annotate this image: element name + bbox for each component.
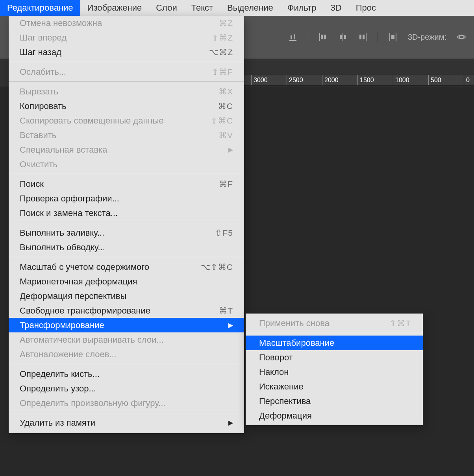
menu-item-label: Поиск и замена текста...: [20, 208, 118, 218]
edit-menu-item[interactable]: Проверка орфографии...: [9, 191, 244, 206]
menu-item-shortcut: ⌥⇧⌘C: [201, 262, 233, 272]
menu-item-shortcut: ⌥⌘Z: [209, 48, 233, 57]
menu-item-label: Определить произвольную фигуру...: [20, 398, 165, 408]
edit-menu-item: Очистить: [9, 157, 244, 172]
svg-rect-9: [366, 33, 367, 41]
menu-item-label: Определить кисть...: [20, 369, 100, 379]
distribute-right-icon[interactable]: [358, 32, 367, 42]
distribute-vertical-spacing-icon[interactable]: [388, 32, 398, 42]
menu-item-label: Деформация перспективы: [20, 291, 126, 301]
edit-menu-item[interactable]: Деформация перспективы: [9, 289, 244, 303]
distribute-hcenter-icon[interactable]: [338, 32, 348, 42]
svg-rect-13: [396, 33, 396, 41]
menu-item-label: Удалить из памяти: [20, 418, 95, 428]
menu-item-shortcut: ⌘T: [219, 306, 233, 315]
edit-menu-item[interactable]: Масштаб с учетом содержимого⌥⇧⌘C: [9, 260, 244, 274]
menu-item-label: Искажение: [259, 382, 304, 392]
menu-3d[interactable]: 3D: [324, 0, 349, 16]
menu-layers[interactable]: Слои: [149, 0, 184, 16]
menu-image[interactable]: Изображение: [80, 0, 149, 16]
edit-menu-item[interactable]: Марионеточная деформация: [9, 274, 244, 289]
edit-menu-item: Специальная вставка▶: [9, 142, 244, 157]
transform-menu-item[interactable]: Перспектива: [246, 394, 423, 408]
menu-item-label: Марионеточная деформация: [20, 277, 137, 287]
submenu-arrow-icon: ▶: [228, 419, 233, 426]
menu-item-label: Определить узор...: [20, 384, 96, 394]
separator: [378, 31, 378, 42]
mode-3d-label: 3D-режим:: [408, 33, 446, 42]
menu-item-label: Деформация: [259, 411, 312, 421]
edit-menu-item: Определить произвольную фигуру...: [9, 396, 244, 410]
transform-menu-item[interactable]: Масштабирование: [246, 336, 423, 350]
menu-item-shortcut: ⇧⌘T: [389, 319, 411, 328]
transform-menu-item[interactable]: Поворот: [246, 350, 423, 365]
menu-item-label: Копировать: [20, 101, 66, 111]
menu-item-shortcut: ⇧⌘Z: [211, 33, 233, 42]
orbit-3d-icon[interactable]: [457, 32, 466, 42]
edit-menu-item: Ослабить...⇧⌘F: [9, 65, 244, 79]
menu-item-label: Шаг вперед: [20, 33, 67, 43]
svg-point-16: [457, 35, 465, 39]
edit-menu-item[interactable]: Поиск⌘F: [9, 177, 244, 191]
edit-menu-item: Отмена невозможна⌘Z: [9, 16, 244, 30]
edit-menu-item[interactable]: Определить кисть...: [9, 367, 244, 381]
svg-rect-5: [324, 35, 326, 39]
menu-separator: [9, 257, 244, 257]
submenu-arrow-icon: ▶: [228, 321, 233, 329]
horizontal-ruler: 3000 2500 2000 1500 1000 500 0: [244, 75, 474, 86]
edit-menu-dropdown: Отмена невозможна⌘ZШаг вперед⇧⌘ZШаг наза…: [9, 16, 244, 433]
menu-item-label: Наклон: [259, 367, 289, 377]
edit-menu-item[interactable]: Выполнить заливку...⇧F5: [9, 225, 244, 240]
menu-select[interactable]: Выделение: [220, 0, 280, 16]
edit-menu-item: Шаг вперед⇧⌘Z: [9, 30, 244, 45]
distribute-left-icon[interactable]: [318, 32, 328, 42]
menu-text[interactable]: Текст: [184, 0, 220, 16]
menu-item-label: Автоналожение слоев...: [20, 349, 117, 360]
menu-item-shortcut: ⌘F: [219, 179, 233, 189]
menu-item-shortcut: ⇧⌘C: [211, 116, 233, 125]
menu-item-label: Специальная вставка: [20, 145, 107, 155]
menu-item-label: Отмена невозможна: [20, 18, 102, 28]
align-bottom-icon[interactable]: [288, 32, 298, 42]
transform-menu-item[interactable]: Наклон: [246, 365, 423, 379]
menu-filter[interactable]: Фильтр: [280, 0, 324, 16]
edit-menu-item[interactable]: Выполнить обводку...: [9, 240, 244, 255]
edit-menu-item[interactable]: Поиск и замена текста...: [9, 206, 244, 220]
svg-rect-0: [289, 40, 296, 41]
edit-menu-item: Автоматически выравнивать слои...: [9, 332, 244, 347]
menu-item-label: Поворот: [259, 352, 293, 363]
edit-menu-item[interactable]: Трансформирование▶: [9, 318, 244, 332]
edit-menu-item[interactable]: Определить узор...: [9, 381, 244, 396]
svg-rect-4: [321, 35, 323, 39]
menu-item-label: Скопировать совмещенные данные: [20, 116, 164, 126]
transform-menu-item[interactable]: Искажение: [246, 379, 423, 394]
edit-menu-item: Скопировать совмещенные данные⇧⌘C: [9, 113, 244, 128]
menu-item-shortcut: ⌘C: [218, 101, 233, 111]
transform-menu-item[interactable]: Деформация: [246, 408, 423, 423]
menu-item-shortcut: ⇧⌘F: [211, 67, 233, 77]
edit-menu-item: Вставить⌘V: [9, 128, 244, 142]
separator: [308, 31, 308, 42]
menu-item-label: Проверка орфографии...: [20, 194, 119, 204]
edit-menu-item: Вырезать⌘X: [9, 84, 244, 99]
menu-item-label: Применить снова: [259, 318, 330, 328]
menu-separator: [9, 174, 244, 174]
menu-item-label: Перспектива: [259, 396, 311, 406]
menu-edit[interactable]: Редактирование: [0, 0, 80, 16]
svg-rect-12: [389, 33, 390, 41]
edit-menu-item: Автоналожение слоев...: [9, 347, 244, 362]
svg-rect-10: [359, 35, 361, 39]
menu-separator: [9, 81, 244, 82]
menu-item-shortcut: ⌘Z: [219, 18, 233, 28]
edit-menu-item[interactable]: Удалить из памяти▶: [9, 415, 244, 430]
edit-menu-item[interactable]: Шаг назад⌥⌘Z: [9, 45, 244, 59]
menu-item-label: Очистить: [20, 159, 57, 170]
svg-rect-2: [294, 34, 295, 39]
menu-item-label: Поиск: [20, 179, 44, 189]
edit-menu-item[interactable]: Копировать⌘C: [9, 99, 244, 113]
menu-view[interactable]: Прос: [349, 0, 383, 16]
menu-item-label: Масштаб с учетом содержимого: [20, 262, 149, 272]
menu-separator: [246, 333, 423, 333]
edit-menu-item[interactable]: Свободное трансформирование⌘T: [9, 303, 244, 318]
svg-rect-7: [340, 35, 342, 39]
